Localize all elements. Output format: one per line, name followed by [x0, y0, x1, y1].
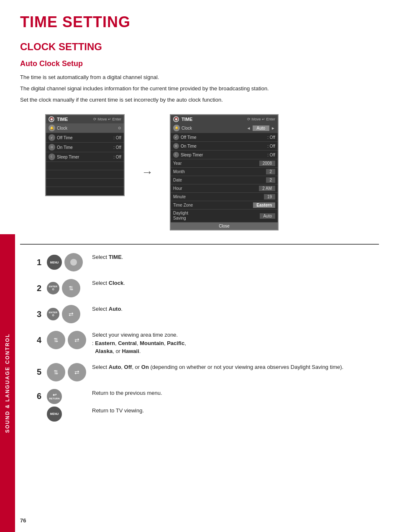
close-button[interactable]: Close — [171, 223, 278, 230]
timezone-value: Eastern — [253, 202, 275, 208]
step-6b-buttons: 6 MENU — [37, 407, 87, 422]
main-content: TIME SETTING CLOCK SETTING Auto Clock Se… — [0, 0, 399, 442]
step-6-buttons: 6 ↩ RETURN — [37, 389, 87, 404]
nav-lr-button-3[interactable]: ⇄ — [62, 305, 80, 323]
step-1-text: Select TIME. — [92, 253, 379, 261]
step-5: 5 ⇅ ⇄ Select Auto, Off, or On (depending… — [37, 363, 379, 381]
steps-area: 1 MENU ✛ Select TIME. 2 ENTER ⊙ ⇅ — [37, 253, 379, 422]
ui-screenshots: ⏰ TIME ⟳ Move ↵ Enter 🔔 Clock ⊙ ↙ Off Ti… — [45, 114, 379, 230]
sidebar: SOUND & LANGUAGE CONTROL — [0, 234, 15, 532]
sub-title: Auto Clock Setup — [20, 59, 379, 68]
step-5-buttons: 5 ⇅ ⇄ — [37, 363, 87, 381]
step-3: 3 ENTER ⊙ ⇄ Select Auto. — [37, 305, 379, 323]
section-title: CLOCK SETTING — [20, 41, 379, 53]
field-date[interactable]: Date 2 — [171, 176, 278, 184]
nav-lr-button-4[interactable]: ⇄ — [68, 331, 86, 349]
menu-left-empty3 — [46, 179, 124, 187]
clock-icon-left: ⏰ — [49, 116, 54, 122]
page-title: TIME SETTING — [20, 13, 379, 31]
step-3-buttons: 3 ENTER ⊙ ⇄ — [37, 305, 87, 323]
clock-nav-left-arrow[interactable]: ◄ — [247, 126, 251, 130]
clock-icon-right: ⏰ — [173, 116, 179, 122]
menu-left-clock[interactable]: 🔔 Clock ⊙ — [46, 123, 124, 133]
menu-left-controls: ⟳ Move ↵ Enter — [93, 117, 121, 121]
step-2-text: Select Clock. — [92, 279, 379, 287]
step-6: 6 ↩ RETURN Return to the previous menu. — [37, 389, 379, 404]
arrow-right: → — [141, 166, 153, 179]
offtime-icon-r: ↙ — [173, 134, 179, 140]
nav-ud-button-2[interactable]: ⇅ — [62, 279, 80, 297]
clock-nav-right-arrow[interactable]: ► — [271, 126, 275, 130]
nav-ud-button-4[interactable]: ⇅ — [47, 331, 65, 349]
clock-label-right: Clock — [182, 126, 247, 130]
menu-left-ontime[interactable]: ⊙ On Time : Off — [46, 143, 124, 152]
menu-right-offtime[interactable]: ↙ Off Time : Off — [171, 133, 278, 142]
menu-left-header: ⏰ TIME ⟳ Move ↵ Enter — [46, 115, 124, 123]
enter-button-2[interactable]: ENTER ⊙ — [47, 282, 59, 294]
sleep-icon: ☾ — [49, 153, 55, 160]
step-3-text: Select Auto. — [92, 305, 379, 313]
step-6b: 6 MENU Return to TV viewing. — [37, 407, 379, 422]
menu-button-6b[interactable]: MENU — [47, 407, 62, 422]
page-number: 76 — [20, 517, 26, 524]
clock-icon-row: 🔔 — [173, 125, 180, 131]
field-hour[interactable]: Hour 2 AM — [171, 184, 278, 193]
sleep-icon-r: ☾ — [173, 152, 179, 158]
field-year[interactable]: Year 2008 — [171, 159, 278, 168]
field-minute[interactable]: Minute 19 — [171, 193, 278, 201]
nav4-button-1[interactable]: ✛ — [64, 253, 83, 271]
clock-nav-value: Auto — [253, 125, 270, 131]
step-5-text: Select Auto, Off, or On (depending on wh… — [92, 363, 379, 371]
ontime-icon: ⊙ — [49, 144, 55, 151]
return-button[interactable]: ↩ RETURN — [47, 389, 62, 404]
menu-right-sleep[interactable]: ☾ Sleep Timer : Off — [171, 151, 278, 159]
menu-right-header: ⏰ TIME ⟳ Move ↵ Enter — [171, 115, 278, 123]
menu-left-empty1 — [46, 162, 124, 170]
sidebar-label: SOUND & LANGUAGE CONTROL — [5, 333, 10, 433]
menu-button-1[interactable]: MENU — [47, 255, 62, 270]
nav-lr-button-5[interactable]: ⇄ — [68, 363, 86, 381]
description-line3: Set the clock manually if the current ti… — [20, 96, 379, 105]
menu-left-offtime[interactable]: ↙ Off Time : Off — [46, 133, 124, 143]
section-divider — [20, 244, 379, 245]
menu-left-sleep[interactable]: ☾ Sleep Timer : Off — [46, 152, 124, 162]
nav4-center-1 — [70, 259, 77, 266]
step-2: 2 ENTER ⊙ ⇅ Select Clock. — [37, 279, 379, 297]
nav-ud-button-5[interactable]: ⇅ — [47, 363, 65, 381]
description-line1: The time is set automatically from a dig… — [20, 73, 379, 82]
step-2-buttons: 2 ENTER ⊙ ⇅ — [37, 279, 87, 297]
step-6b-text: Return to TV viewing. — [92, 407, 379, 415]
menu-right: ⏰ TIME ⟳ Move ↵ Enter 🔔 Clock ◄ Auto ► ↙… — [170, 114, 279, 230]
offtime-icon: ↙ — [49, 134, 55, 141]
step-4: 4 ⇅ ⇄ Select your viewing area time zone… — [37, 331, 379, 356]
menu-right-ontime[interactable]: ⊙ On Time : Off — [171, 142, 278, 151]
ontime-icon-r: ⊙ — [173, 143, 179, 149]
step-4-buttons: 4 ⇅ ⇄ — [37, 331, 87, 349]
field-daylight[interactable]: DaylightSaving Auto — [171, 210, 278, 223]
enter-button-3[interactable]: ENTER ⊙ — [47, 308, 59, 320]
menu-left: ⏰ TIME ⟳ Move ↵ Enter 🔔 Clock ⊙ ↙ Off Ti… — [45, 114, 125, 196]
field-timezone[interactable]: Time Zone Eastern — [171, 201, 278, 210]
step-1-buttons: 1 MENU ✛ — [37, 253, 87, 271]
step-4-text: Select your viewing area time zone. : Ea… — [92, 331, 379, 356]
menu-left-empty2 — [46, 170, 124, 179]
menu-left-empty4 — [46, 187, 124, 195]
clock-item-icon: 🔔 — [49, 125, 55, 131]
step-6a-text: Return to the previous menu. — [92, 389, 379, 397]
menu-right-controls: ⟳ Move ↵ Enter — [247, 117, 275, 121]
step-1: 1 MENU ✛ Select TIME. — [37, 253, 379, 271]
description-line2: The digital channel signal includes info… — [20, 84, 379, 93]
field-month[interactable]: Month 2 — [171, 168, 278, 176]
